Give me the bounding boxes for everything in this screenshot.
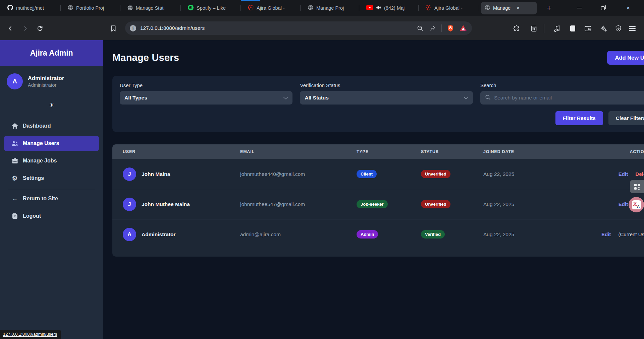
browser-toolbar: i 127.0.0.1:8080/admin/users [0,16,644,40]
search-field[interactable] [480,91,644,105]
tab-separator [60,5,61,11]
sidebar-item-label: Manage Jobs [23,158,57,164]
joined-date: Aug 22, 2025 [483,171,601,177]
column-header-status: STATUS [421,149,483,154]
tab-manage-stations[interactable]: Manage Stati [123,0,178,16]
back-icon[interactable] [6,24,15,33]
sidebar-item-dashboard[interactable]: Dashboard [4,118,99,134]
tab-manage-projects[interactable]: Manage Proj [304,0,358,16]
type-badge: Job-seeker [357,200,388,208]
sidebar-item-label: Logout [23,213,41,219]
edit-link[interactable]: Edit [601,231,611,237]
edit-link[interactable]: Edit [619,171,628,177]
verification-status-select[interactable]: All Status [300,91,473,105]
window-close-button[interactable]: × [621,0,636,16]
table-row: J John Maina johnmuthee440@gmail.com Cli… [112,159,644,189]
sidebar-item-settings[interactable]: ⚙ Settings [4,171,99,186]
tab-github[interactable]: mutheejj/met [3,0,58,16]
admin-sidebar: Ajira Admin A Administrator Administrato… [0,40,103,339]
sidebar-item-manage-jobs[interactable]: Manage Jobs [4,153,99,168]
add-new-user-button[interactable]: Add New User [607,51,644,65]
user-email: johnmuthee440@gmail.com [240,171,357,177]
table-header-row: USER EMAIL TYPE STATUS JOINED DATE ACTIO… [112,144,644,159]
search-input[interactable] [494,95,644,101]
tab-close-icon[interactable]: × [515,5,521,11]
menu-hamburger-icon[interactable] [628,24,637,33]
brave-rewards-bat-icon[interactable] [459,24,467,32]
delete-link[interactable]: Delete [635,171,644,177]
url-text[interactable]: 127.0.0.1:8080/admin/users [140,25,411,31]
joined-date: Aug 22, 2025 [483,201,601,207]
sidebar-item-manage-users[interactable]: Manage Users [4,136,99,151]
type-badge: Client [357,170,377,178]
tab-ajira-global-2[interactable]: Ajira Global - [422,0,476,16]
site-info-icon[interactable]: i [130,25,136,31]
theme-toggle-sun-icon[interactable]: ☀ [0,101,103,110]
tab-label: (842) Maj [384,5,405,11]
table-row: J John Muthee Maina johnmuthee547@gmail.… [112,189,644,219]
spotify-icon [188,5,194,11]
translate-widget-button[interactable]: 文A [629,197,644,212]
user-type-label: User Type [120,82,292,88]
sidebar-item-label: Return to Site [23,196,58,202]
user-name: John Maina [142,171,170,177]
table-row: A Administrator admin@ajira.com Admin Ve… [112,219,644,249]
user-type-value: All Types [124,95,283,101]
page-title: Manage Users [112,52,179,63]
new-tab-button[interactable]: + [544,3,554,13]
chevron-down-icon [464,95,468,101]
vpn-shield-icon[interactable] [614,24,623,33]
tab-spotify[interactable]: Spotify – Like [184,0,238,16]
column-header-email: EMAIL [240,149,357,154]
tab-youtube[interactable]: (842) Maj [362,0,417,16]
browser-tab-bar: mutheejj/met Portfolio Proj Manage Stati… [0,0,644,16]
tab-separator [240,5,241,11]
main-content: Manage Users Add New User User Type All … [103,40,644,339]
tab-active-manage-users[interactable]: Manage × [481,2,537,14]
tab-separator [478,5,478,11]
profile-name: Administrator [28,75,64,81]
tab-separator [359,5,359,11]
tab-portfolio[interactable]: Portfolio Proj [64,0,118,16]
window-restore-button[interactable] [595,0,610,16]
bookmark-icon[interactable] [109,24,118,33]
profile-avatar: A [7,73,23,89]
wallet-icon[interactable] [584,24,592,33]
filters-panel: User Type All Types Verification Status … [112,76,644,132]
sidebar-toggle-icon[interactable] [568,24,577,33]
globe-icon [127,5,133,11]
search-in-tab-icon[interactable] [529,24,538,33]
tab-separator [120,5,120,11]
globe-icon [68,5,73,11]
leo-ai-sparkle-icon[interactable] [599,24,608,33]
media-playing-icon[interactable] [553,24,561,33]
sidebar-item-logout[interactable]: Logout [4,208,99,224]
extensions-puzzle-icon[interactable] [513,24,521,33]
logout-icon [11,213,18,219]
forward-icon[interactable] [21,24,30,33]
joined-date: Aug 22, 2025 [483,231,601,238]
clear-filters-button[interactable]: Clear Filters [608,111,644,125]
user-type-select[interactable]: All Types [120,91,292,105]
reload-icon[interactable] [36,24,44,33]
tab-separator [300,5,301,11]
brave-shield-icon[interactable] [446,24,454,32]
sidebar-divider [8,189,95,189]
share-icon[interactable] [429,24,437,32]
audio-speaker-icon[interactable] [376,5,381,11]
user-avatar: J [123,198,136,211]
verification-status-value: All Status [305,95,464,101]
type-badge: Admin [357,230,378,239]
status-badge: Unverified [421,200,450,208]
zoom-page-icon[interactable] [416,24,424,32]
address-bar[interactable]: i 127.0.0.1:8080/admin/users [125,21,472,35]
edit-link[interactable]: Edit [619,201,628,207]
window-minimize-button[interactable] [572,0,587,16]
screen-capture-widget-button[interactable] [630,180,644,193]
tab-ajira-global-1[interactable]: Ajira Global - [244,0,298,16]
column-header-user: USER [123,149,240,154]
user-name: John Muthee Maina [142,201,190,207]
sidebar-item-return-to-site[interactable]: ← Return to Site [4,191,99,206]
filter-results-button[interactable]: Filter Results [555,111,603,125]
tab-label: Manage Proj [316,5,344,11]
